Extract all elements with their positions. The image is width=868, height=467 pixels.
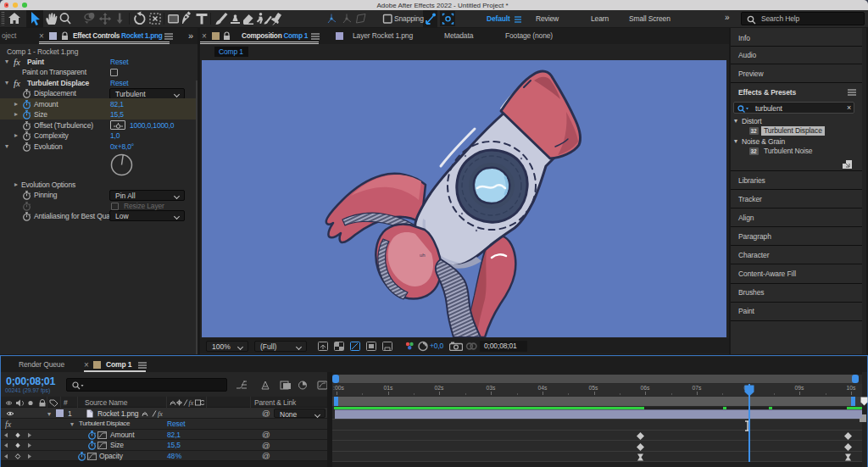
svg-text:fx: fx	[189, 399, 194, 407]
svg-text:fx: fx	[158, 410, 163, 418]
svg-text:uh: uh	[420, 253, 426, 258]
